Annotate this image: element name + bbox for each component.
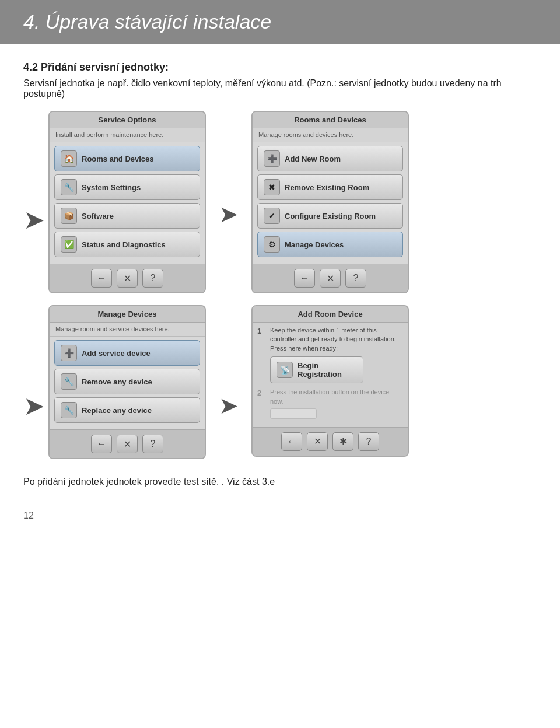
left-arrow-2: ➤ <box>23 391 45 421</box>
instruction-2: 2 Press the installation-button on the d… <box>257 388 403 419</box>
panel-rooms-devices: Rooms and Devices Manage rooms and devic… <box>251 111 409 293</box>
nav-star-4[interactable]: ✱ <box>332 432 354 451</box>
btn-remove-any-device[interactable]: 🔧 Remove any device <box>54 369 200 394</box>
btn-configure-room-label: Configure Existing Room <box>285 212 376 220</box>
btn-rooms-devices[interactable]: 🏠 Rooms and Devices <box>54 146 200 172</box>
panel3-wrapper: ➤ Manage Devices Manage room and service… <box>23 305 206 459</box>
left-arrow-1: ➤ <box>23 205 45 235</box>
page-bottom: 12 <box>0 505 560 521</box>
panel4-instructions: 1 Keep the device within 1 meter of this… <box>253 323 408 427</box>
nav-help-4[interactable]: ? <box>358 432 379 451</box>
page-title: 4. Úprava stávající instalace <box>23 10 537 33</box>
panel4-title: Add Room Device <box>253 306 408 323</box>
btn-add-service-device[interactable]: ➕ Add service device <box>54 340 200 366</box>
nav-close-2[interactable]: ✕ <box>320 269 341 288</box>
page-header: 4. Úprava stávající instalace <box>0 0 560 44</box>
system-settings-icon: 🔧 <box>61 179 77 195</box>
panel-add-room-device: Add Room Device 1 Keep the device within… <box>251 305 409 457</box>
arrow-3-4: ➤ <box>218 392 240 419</box>
btn-manage-devices-label: Manage Devices <box>285 240 344 249</box>
panel4-nav: ← ✕ ✱ ? <box>253 427 408 456</box>
nav-help-3[interactable]: ? <box>142 435 163 453</box>
panel-manage-devices: Manage Devices Manage room and service d… <box>48 305 206 459</box>
panel1-title: Service Options <box>50 112 205 128</box>
panel-service-options: Service Options Install and perform main… <box>48 111 206 293</box>
add-room-icon: ➕ <box>264 150 280 167</box>
nav-back-2[interactable]: ← <box>294 269 315 288</box>
software-icon: 📦 <box>61 208 77 224</box>
btn-replace-any-device[interactable]: 🔧 Replace any device <box>54 397 200 423</box>
panel1-body: 🏠 Rooms and Devices 🔧 System Settings 📦 … <box>50 142 205 264</box>
panel3-body: ➕ Add service device 🔧 Remove any device… <box>50 337 205 429</box>
nav-back-4[interactable]: ← <box>281 432 302 451</box>
rooms-devices-icon: 🏠 <box>61 150 77 167</box>
remove-room-icon: ✖ <box>264 179 280 195</box>
instruction-1-num: 1 <box>257 327 265 335</box>
replace-device-icon: 🔧 <box>61 402 77 418</box>
configure-room-icon: ✔ <box>264 208 280 224</box>
btn-remove-device-label: Remove any device <box>82 377 152 386</box>
section-text: Servisní jednotka je např. čidlo venkovn… <box>23 78 537 99</box>
instruction-1: 1 Keep the device within 1 meter of this… <box>257 326 403 383</box>
arrow-1-2: ➤ <box>218 201 240 228</box>
status-icon: ✅ <box>61 236 77 253</box>
btn-system-settings[interactable]: 🔧 System Settings <box>54 174 200 200</box>
panel3-nav: ← ✕ ? <box>50 429 205 458</box>
nav-back-1[interactable]: ← <box>91 269 112 288</box>
btn-software[interactable]: 📦 Software <box>54 203 200 229</box>
nav-close-1[interactable]: ✕ <box>117 269 138 288</box>
panel2-nav: ← ✕ ? <box>253 264 408 292</box>
btn-system-settings-label: System Settings <box>82 183 141 192</box>
nav-close-3[interactable]: ✕ <box>117 435 138 453</box>
btn-replace-device-label: Replace any device <box>82 406 152 415</box>
btn-rooms-devices-label: Rooms and Devices <box>82 155 154 163</box>
section-heading: 4.2 Přidání servisní jednotky: <box>23 61 537 74</box>
panel2-title: Rooms and Devices <box>253 112 408 128</box>
panel1-wrapper: ➤ Service Options Install and perform ma… <box>23 111 206 293</box>
btn-remove-room[interactable]: ✖ Remove Existing Room <box>257 174 403 200</box>
btn-status-label: Status and Diagnostics <box>82 240 166 249</box>
panel3-subtitle: Manage room and service devices here. <box>50 323 205 337</box>
btn-add-room-label: Add New Room <box>285 155 341 163</box>
top-panels-row: ➤ Service Options Install and perform ma… <box>23 111 537 293</box>
manage-devices-icon: ⚙ <box>264 236 280 253</box>
btn-add-new-room[interactable]: ➕ Add New Room <box>257 146 403 172</box>
instruction-2-num: 2 <box>257 388 265 397</box>
begin-reg-icon: 📡 <box>276 362 293 378</box>
nav-back-3[interactable]: ← <box>91 435 112 453</box>
instruction-1-text: Keep the device within 1 meter of this c… <box>270 326 403 353</box>
nav-help-2[interactable]: ? <box>345 269 366 288</box>
panel2-body: ➕ Add New Room ✖ Remove Existing Room ✔ … <box>253 142 408 264</box>
nav-close-4[interactable]: ✕ <box>307 432 328 451</box>
btn-add-service-label: Add service device <box>82 349 150 358</box>
panel1-subtitle: Install and perform maintenance here. <box>50 128 205 142</box>
begin-reg-label: Begin Registration <box>298 361 357 379</box>
remove-device-icon: 🔧 <box>61 373 77 390</box>
bottom-panels-row: ➤ Manage Devices Manage room and service… <box>23 305 537 459</box>
btn-software-label: Software <box>82 212 114 220</box>
panel2-subtitle: Manage rooms and devices here. <box>253 128 408 142</box>
btn-manage-devices[interactable]: ⚙ Manage Devices <box>257 232 403 257</box>
instruction-2-text: Press the installation-button on the dev… <box>270 388 403 406</box>
input-placeholder <box>270 408 317 419</box>
btn-configure-room[interactable]: ✔ Configure Existing Room <box>257 203 403 229</box>
page-number: 12 <box>23 510 34 521</box>
btn-begin-registration[interactable]: 📡 Begin Registration <box>270 356 363 383</box>
btn-status-diagnostics[interactable]: ✅ Status and Diagnostics <box>54 232 200 257</box>
add-service-icon: ➕ <box>61 345 77 361</box>
footer-text: Po přidání jednotek jednotek proveďte te… <box>23 477 537 487</box>
nav-help-1[interactable]: ? <box>142 269 163 288</box>
btn-remove-room-label: Remove Existing Room <box>285 183 369 192</box>
panel1-nav: ← ✕ ? <box>50 264 205 292</box>
panel3-title: Manage Devices <box>50 306 205 323</box>
